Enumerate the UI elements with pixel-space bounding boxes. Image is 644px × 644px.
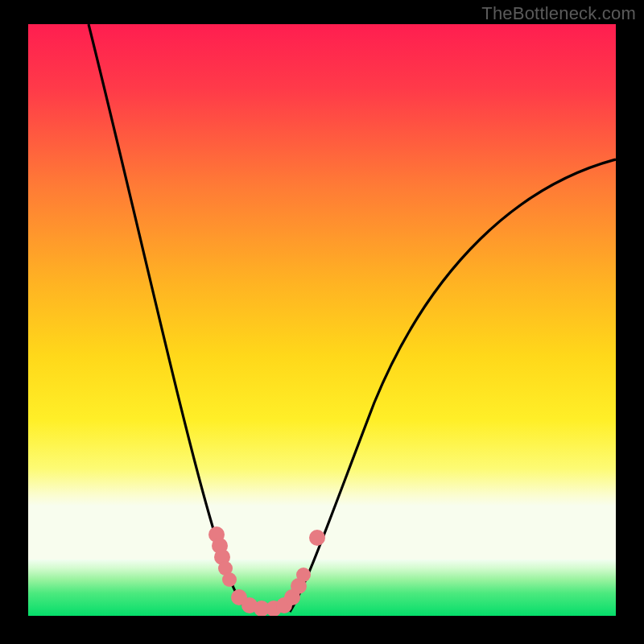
marker-dots-left <box>208 526 237 587</box>
marker-dots-bottom <box>231 568 311 616</box>
svg-point-14 <box>296 568 311 582</box>
plot-area <box>28 24 616 616</box>
marker-dot-right <box>309 530 325 546</box>
curve-right <box>290 159 616 612</box>
watermark-text: TheBottleneck.com <box>481 3 636 24</box>
curve-left <box>89 24 250 612</box>
chart-frame: TheBottleneck.com <box>0 0 644 644</box>
svg-point-6 <box>222 572 237 587</box>
bottleneck-curves <box>28 24 616 616</box>
